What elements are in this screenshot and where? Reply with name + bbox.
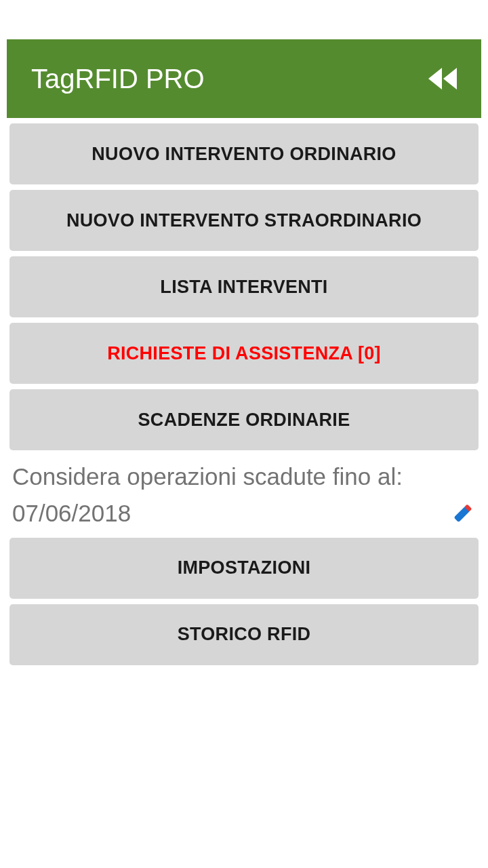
edit-date-icon[interactable]	[446, 501, 473, 528]
date-filter-row: Considera operazioni scadute fino al: 07…	[9, 456, 479, 538]
storico-rfid-button[interactable]: STORICO RFID	[9, 604, 479, 665]
date-filter-value: 07/06/2018	[12, 495, 403, 532]
nuovo-intervento-ordinario-button[interactable]: NUOVO INTERVENTO ORDINARIO	[9, 123, 479, 184]
scadenze-ordinarie-button[interactable]: SCADENZE ORDINARIE	[9, 389, 479, 450]
rewind-icon[interactable]	[423, 65, 461, 92]
nuovo-intervento-straordinario-button[interactable]: NUOVO INTERVENTO STRAORDINARIO	[9, 190, 479, 251]
richieste-assistenza-button[interactable]: RICHIESTE DI ASSISTENZA [0]	[9, 323, 479, 384]
date-filter-label: Considera operazioni scadute fino al:	[12, 458, 403, 495]
app-header: TagRFID PRO	[7, 39, 481, 118]
main-content: NUOVO INTERVENTO ORDINARIO NUOVO INTERVE…	[0, 118, 488, 665]
app-title: TagRFID PRO	[31, 64, 205, 94]
status-bar	[0, 0, 488, 39]
lista-interventi-button[interactable]: LISTA INTERVENTI	[9, 256, 479, 317]
impostazioni-button[interactable]: IMPOSTAZIONI	[9, 538, 479, 599]
date-filter-text: Considera operazioni scadute fino al: 07…	[12, 458, 403, 532]
